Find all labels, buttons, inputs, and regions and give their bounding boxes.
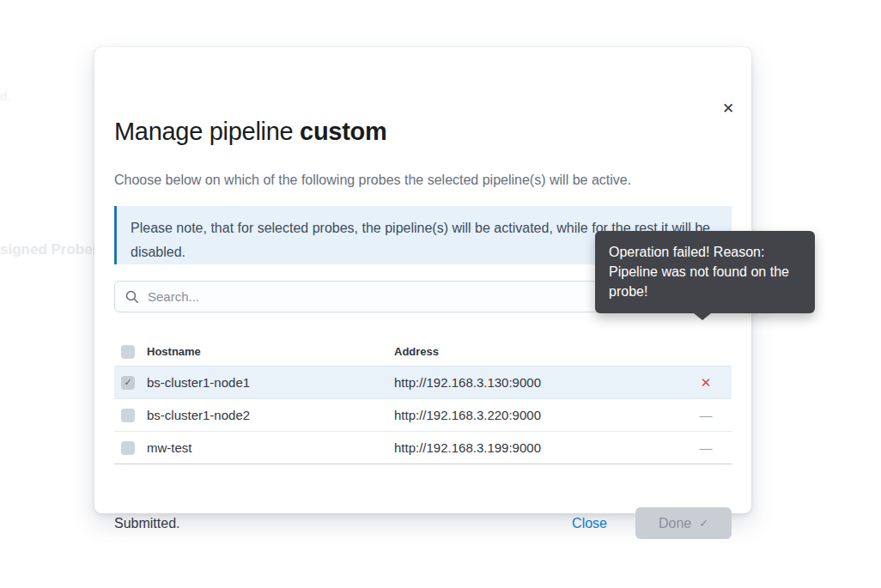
error-tooltip: Operation failed! Reason: Pipeline was n… (595, 231, 815, 313)
row-checkbox[interactable] (121, 441, 135, 455)
select-all-checkbox[interactable] (121, 345, 135, 359)
address-column-header: Address (394, 345, 680, 358)
address-cell: http://192.168.3.220:9000 (394, 408, 680, 422)
tooltip-arrow (694, 313, 711, 320)
hostname-cell: bs-cluster1-node2 (147, 408, 394, 422)
background-probes-text: signed Probes (0, 241, 100, 258)
close-icon[interactable]: ✕ (717, 97, 739, 119)
table-row[interactable]: ✓ bs-cluster1-node1 http://192.168.3.130… (114, 367, 732, 399)
hostname-cell: mw-test (147, 440, 394, 455)
error-tooltip-text: Operation failed! Reason: Pipeline was n… (609, 245, 789, 299)
error-x-icon[interactable]: ✕ (701, 375, 712, 390)
table-row[interactable]: bs-cluster1-node2 http://192.168.3.220:9… (114, 399, 732, 432)
search-icon (125, 290, 139, 304)
row-checkbox-checked[interactable]: ✓ (121, 376, 135, 390)
table-row[interactable]: mw-test http://192.168.3.199:9000 — (114, 432, 732, 464)
probes-table: Hostname Address ✓ bs-cluster1-node1 htt… (114, 337, 732, 464)
hostname-column-header: Hostname (147, 345, 394, 358)
background-text-fragment: d. (0, 88, 11, 103)
hostname-cell: bs-cluster1-node1 (147, 375, 394, 390)
no-status-dash: — (700, 440, 713, 455)
modal-title: Manage pipeline custom (114, 118, 386, 146)
done-check-icon: ✓ (699, 517, 708, 530)
modal-footer: Submitted. Close Done ✓ (114, 507, 732, 539)
check-icon: ✓ (124, 377, 131, 388)
done-button[interactable]: Done ✓ (635, 507, 732, 539)
status-text: Submitted. (114, 516, 179, 531)
done-button-label: Done (659, 516, 691, 531)
modal-description: Choose below on which of the following p… (114, 173, 732, 188)
row-checkbox[interactable] (121, 409, 135, 422)
table-header-row: Hostname Address (114, 337, 732, 367)
close-button[interactable]: Close (572, 516, 607, 531)
address-cell: http://192.168.3.130:9000 (394, 375, 680, 390)
no-status-dash: — (700, 408, 713, 422)
pipeline-name: custom (300, 118, 386, 145)
address-cell: http://192.168.3.199:9000 (394, 440, 680, 455)
page-background: d. signed Probes ? ✕ Manage pipeline cus… (0, 0, 881, 588)
